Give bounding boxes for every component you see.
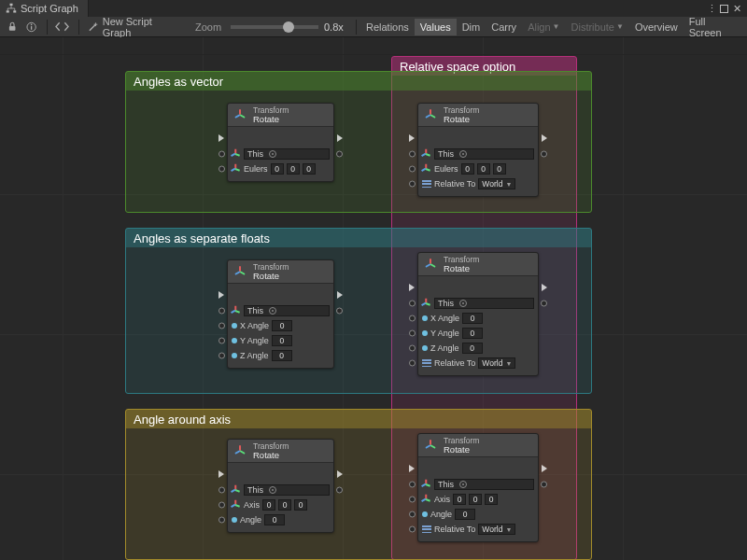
flow-out-port[interactable] xyxy=(542,134,547,142)
euler-x-field[interactable]: 0 xyxy=(271,163,284,175)
data-out-port[interactable] xyxy=(336,151,343,158)
target-field[interactable]: This xyxy=(244,484,330,496)
node-transform-rotate[interactable]: TransformRotate This Eulers 0 0 0 xyxy=(227,103,334,182)
relative-in-port[interactable] xyxy=(409,360,416,367)
maximize-icon[interactable] xyxy=(720,5,728,13)
data-out-port[interactable] xyxy=(541,151,547,158)
axis-y-field[interactable]: 0 xyxy=(278,499,291,511)
menu-carry[interactable]: Carry xyxy=(486,19,522,35)
data-out-port[interactable] xyxy=(336,487,343,494)
menu-overview[interactable]: Overview xyxy=(629,19,684,35)
z-angle-port[interactable] xyxy=(218,353,225,359)
new-script-graph-button[interactable]: New Script Graph xyxy=(82,19,184,35)
x-angle-port[interactable] xyxy=(409,315,416,322)
target-field[interactable]: This xyxy=(434,479,534,490)
flow-in-port[interactable] xyxy=(218,291,224,299)
z-angle-field[interactable]: 0 xyxy=(462,343,483,354)
x-angle-field[interactable]: 0 xyxy=(462,313,483,324)
z-angle-port[interactable] xyxy=(409,345,416,352)
node-transform-rotate[interactable]: TransformRotate This X Angle0 Y Angle0 Z… xyxy=(417,252,539,376)
flow-out-port[interactable] xyxy=(337,470,343,478)
angle-field[interactable]: 0 xyxy=(455,509,475,520)
data-out-port[interactable] xyxy=(541,301,547,307)
target-picker-icon[interactable] xyxy=(459,481,467,488)
target-in-port[interactable] xyxy=(409,482,416,488)
tab-script-graph[interactable]: Script Graph xyxy=(0,0,89,17)
node-header[interactable]: TransformRotate xyxy=(418,253,538,276)
data-out-port[interactable] xyxy=(541,482,547,488)
flow-in-port[interactable] xyxy=(409,465,415,472)
lock-icon[interactable] xyxy=(4,19,21,35)
target-in-port[interactable] xyxy=(218,487,225,494)
target-picker-icon[interactable] xyxy=(459,150,467,158)
axis-z-field[interactable]: 0 xyxy=(294,499,307,511)
target-field[interactable]: This xyxy=(244,148,330,160)
y-angle-port[interactable] xyxy=(218,338,225,344)
flow-in-port[interactable] xyxy=(409,284,415,291)
axis-y-field[interactable]: 0 xyxy=(469,494,482,505)
y-angle-field[interactable]: 0 xyxy=(462,328,483,339)
node-transform-rotate[interactable]: TransformRotate This X Angle0 Y Angle0 Z… xyxy=(227,259,334,369)
code-icon[interactable] xyxy=(51,19,73,35)
x-angle-port[interactable] xyxy=(218,323,225,329)
y-angle-field[interactable]: 0 xyxy=(272,335,292,346)
axis-x-field[interactable]: 0 xyxy=(262,499,275,511)
euler-z-field[interactable]: 0 xyxy=(303,163,316,175)
euler-x-field[interactable]: 0 xyxy=(461,163,474,175)
menu-relations[interactable]: Relations xyxy=(360,19,415,35)
relative-in-port[interactable] xyxy=(409,181,416,188)
flow-in-port[interactable] xyxy=(218,470,224,478)
group-header[interactable]: Angle around axis xyxy=(126,410,591,428)
data-out-port[interactable] xyxy=(336,308,343,315)
node-header[interactable]: TransformRotate xyxy=(418,434,538,457)
relative-in-port[interactable] xyxy=(409,526,416,533)
angle-field[interactable]: 0 xyxy=(264,514,285,525)
node-transform-rotate[interactable]: TransformRotate This Axis000 Angle0 Rela… xyxy=(417,433,539,542)
relative-to-dropdown[interactable]: World▼ xyxy=(478,178,515,189)
eulers-in-port[interactable] xyxy=(218,166,225,173)
target-in-port[interactable] xyxy=(218,308,225,315)
z-angle-field[interactable]: 0 xyxy=(272,350,292,361)
target-picker-icon[interactable] xyxy=(269,486,276,494)
x-angle-field[interactable]: 0 xyxy=(272,320,292,331)
close-icon[interactable]: ✕ xyxy=(730,2,743,15)
menu-values[interactable]: Values xyxy=(415,19,457,35)
graph-canvas[interactable]: Relative space option Angles as vector A… xyxy=(0,37,747,560)
euler-y-field[interactable]: 0 xyxy=(477,163,490,175)
flow-in-port[interactable] xyxy=(218,134,224,142)
axis-port[interactable] xyxy=(218,502,225,509)
flow-out-port[interactable] xyxy=(542,465,547,472)
angle-port[interactable] xyxy=(218,517,225,524)
zoom-slider-knob[interactable] xyxy=(283,21,294,33)
target-field[interactable]: This xyxy=(434,298,534,309)
axis-port[interactable] xyxy=(409,497,416,503)
flow-out-port[interactable] xyxy=(337,134,343,142)
euler-y-field[interactable]: 0 xyxy=(287,163,300,175)
angle-port[interactable] xyxy=(409,511,416,518)
axis-z-field[interactable]: 0 xyxy=(485,494,498,505)
zoom-slider[interactable] xyxy=(231,25,318,29)
flow-out-port[interactable] xyxy=(337,291,343,299)
target-picker-icon[interactable] xyxy=(269,307,276,315)
target-picker-icon[interactable] xyxy=(459,300,467,307)
target-picker-icon[interactable] xyxy=(269,150,276,158)
node-header[interactable]: TransformRotate xyxy=(228,104,333,127)
relative-to-dropdown[interactable]: World▼ xyxy=(478,357,515,369)
node-transform-rotate[interactable]: TransformRotate This Axis000 Angle0 xyxy=(227,439,334,533)
target-in-port[interactable] xyxy=(409,151,416,158)
flow-out-port[interactable] xyxy=(542,284,547,291)
node-transform-rotate[interactable]: TransformRotate This Eulers 0 0 0 xyxy=(417,103,539,197)
target-field[interactable]: This xyxy=(244,305,330,316)
target-field[interactable]: This xyxy=(434,148,534,160)
menu-dim[interactable]: Dim xyxy=(457,19,486,35)
node-header[interactable]: TransformRotate xyxy=(418,104,538,127)
y-angle-port[interactable] xyxy=(409,330,416,337)
target-in-port[interactable] xyxy=(218,151,225,158)
menu-fullscreen[interactable]: Full Screen xyxy=(684,19,743,35)
euler-z-field[interactable]: 0 xyxy=(493,163,506,175)
group-header[interactable]: Angles as separate floats xyxy=(126,229,591,247)
kebab-icon[interactable]: ⋮ xyxy=(705,2,718,15)
relative-to-dropdown[interactable]: World▼ xyxy=(478,524,515,535)
group-header[interactable]: Angles as vector xyxy=(126,72,591,91)
info-icon[interactable] xyxy=(22,19,40,35)
